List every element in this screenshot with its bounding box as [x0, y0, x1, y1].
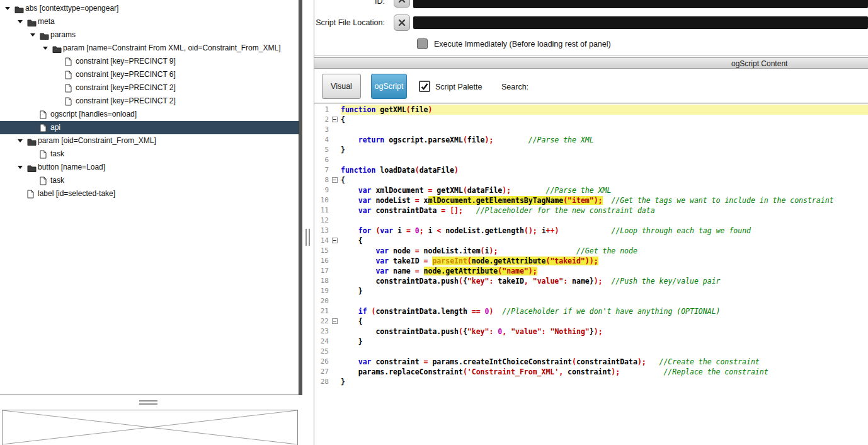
tree-item[interactable]: constraint [key=PRECINCT 6]	[0, 68, 299, 81]
code-token: name	[389, 267, 415, 275]
tree-item[interactable]: ogscript [handles=onload]	[0, 108, 299, 121]
tree-item[interactable]: task	[0, 147, 299, 161]
code-token: var	[375, 246, 389, 255]
code-token: function	[341, 166, 375, 175]
fold-marker-icon[interactable]	[332, 177, 338, 183]
code-token: "takeid"	[550, 257, 585, 265]
document-icon	[65, 84, 74, 93]
code-line-text: function loadData(dataFile)	[341, 165, 868, 175]
code-token: file	[411, 105, 428, 114]
tree-item-label: button [name=Load]	[38, 163, 105, 171]
code-token: =	[424, 357, 428, 366]
code-token: {	[341, 236, 363, 245]
code-line: 23 constraintData.push({"key": 0, "value…	[314, 327, 868, 337]
tree-item[interactable]: params	[0, 28, 299, 42]
code-token: =	[415, 267, 420, 275]
code-line: 27 params.replaceConstraint('Constraint_…	[314, 367, 868, 377]
code-token: );	[637, 357, 646, 366]
execute-immediately-checkbox[interactable]	[417, 38, 428, 49]
ogscript-content-title: ogScript Content	[731, 59, 787, 68]
code-token: //Get the node	[576, 246, 637, 255]
script-palette-label: Script Palette	[435, 83, 482, 91]
code-token: takeID	[389, 257, 423, 265]
tree-item[interactable]: button [name=Load]	[0, 161, 299, 174]
tree-item-label: constraint [key=PRECINCT 2]	[76, 83, 176, 92]
code-token: var	[358, 357, 372, 366]
expand-arrow-icon[interactable]	[43, 47, 48, 50]
tab-visual[interactable]: Visual	[322, 74, 361, 99]
tree-item[interactable]: param [name=Constraint From XML, oid=Con…	[0, 42, 299, 55]
code-token: "key"	[467, 277, 489, 286]
code-token	[620, 367, 663, 376]
code-line-text: {	[341, 175, 868, 185]
line-number: 13	[314, 226, 331, 236]
vertical-splitter[interactable]	[302, 0, 314, 445]
expand-arrow-icon[interactable]	[18, 20, 23, 23]
tree-item[interactable]: constraint [key=PRECINCT 2]	[0, 95, 299, 108]
code-line: 24 }	[314, 337, 868, 347]
fold-minus-icon	[333, 119, 336, 120]
code-line-text: }	[341, 377, 868, 387]
tree-item[interactable]: api	[0, 121, 299, 134]
tree-item[interactable]: constraint [key=PRECINCT 9]	[0, 55, 299, 68]
fold-marker-icon[interactable]	[332, 117, 338, 122]
tree-item[interactable]: abs [contexttype=opengear]	[0, 2, 299, 15]
code-editor[interactable]: 1function getXML(file)2{34 return ogscri…	[314, 103, 868, 445]
fold-column	[331, 115, 341, 125]
code-token: return	[358, 136, 385, 144]
code-line: 3	[314, 125, 868, 135]
clear-id-button[interactable]	[394, 0, 410, 8]
tree: abs [contexttype=opengear]metaparamspara…	[0, 2, 299, 200]
tab-ogscript[interactable]: ogScript	[371, 74, 407, 99]
code-token: if	[358, 307, 367, 316]
id-label: ID:	[314, 0, 385, 6]
code-token: var	[358, 186, 372, 195]
fold-marker-icon[interactable]	[332, 238, 338, 243]
fold-column	[331, 357, 341, 367]
code-token: :	[542, 327, 546, 336]
ogscript-content-header: ogScript Content	[314, 57, 868, 69]
expand-arrow-icon[interactable]	[18, 166, 23, 169]
line-number: 10	[314, 195, 331, 205]
code-line: 5}	[314, 145, 868, 155]
code-token: (	[463, 136, 467, 144]
script-file-location-input[interactable]	[413, 16, 868, 29]
code-token: 0	[415, 226, 420, 235]
code-token: ogscript.parseXML	[384, 136, 463, 144]
code-token: constraintData.push	[341, 277, 459, 286]
expand-arrow-icon[interactable]	[30, 33, 35, 37]
line-number: 27	[314, 367, 331, 377]
fold-marker-icon[interactable]	[332, 318, 338, 324]
code-token: (	[459, 327, 463, 336]
code-token: var	[380, 226, 393, 235]
code-token: node	[389, 246, 415, 255]
code-line: 18 constraintData.push({"key": takeID, "…	[314, 276, 868, 286]
code-token: var	[358, 206, 372, 215]
code-token: ));	[585, 257, 598, 265]
horizontal-splitter[interactable]	[0, 396, 303, 409]
code-token: =	[424, 257, 428, 265]
expand-arrow-icon[interactable]	[5, 7, 10, 10]
code-token: =	[415, 196, 420, 205]
code-line-text: var name = node.getAttribute("name");	[341, 266, 868, 276]
script-palette-checkbox[interactable]	[419, 81, 430, 92]
tree-item[interactable]: label [id=selected-take]	[0, 187, 299, 200]
fold-column	[331, 367, 341, 377]
clear-script-file-button[interactable]	[394, 14, 410, 31]
code-token: (	[415, 166, 420, 175]
code-token: }	[341, 146, 345, 154]
code-token: var	[375, 257, 389, 265]
id-input[interactable]	[413, 0, 868, 8]
code-token: "name"	[502, 267, 528, 275]
code-line-text: var xmlDocument = getXML(dataFile); //Pa…	[341, 185, 868, 195]
line-number: 21	[314, 306, 331, 316]
expand-arrow-icon[interactable]	[18, 139, 23, 142]
tree-item[interactable]: task	[0, 174, 299, 187]
fold-column	[331, 205, 341, 216]
tree-item[interactable]: param [oid=Constraint_From_XML]	[0, 134, 299, 147]
line-number: 15	[314, 246, 331, 256]
tree-item[interactable]: constraint [key=PRECINCT 2]	[0, 81, 299, 95]
tree-item[interactable]: meta	[0, 15, 299, 28]
fold-column	[331, 296, 341, 306]
code-token	[367, 307, 372, 316]
